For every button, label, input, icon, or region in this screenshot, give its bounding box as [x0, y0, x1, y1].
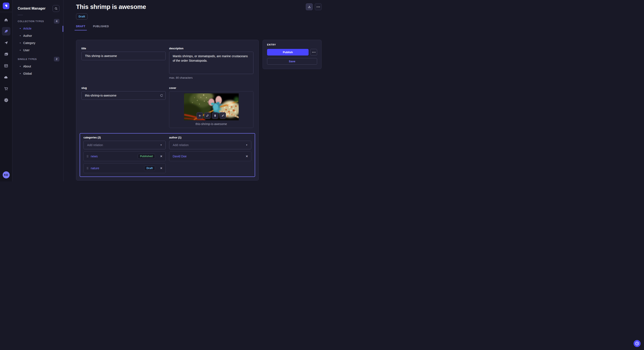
trash-icon [214, 114, 216, 117]
collection-types-label: COLLECTION TYPES [18, 20, 44, 22]
bullet-icon [20, 42, 21, 43]
categories-field: categories (2) Add relation ▼ news Publi… [84, 136, 166, 173]
drag-handle-icon[interactable] [87, 155, 88, 158]
single-types-count: 2 [54, 57, 60, 61]
search-button[interactable] [52, 5, 60, 12]
sidebar-title: Content Manager [18, 6, 46, 10]
categories-add-relation-select[interactable]: Add relation ▼ [84, 141, 166, 149]
slug-field: slug [81, 87, 166, 128]
remove-relation-icon[interactable]: ✕ [160, 167, 162, 170]
description-textarea[interactable]: Mantis shrimps, or stomatopods, are mari… [169, 52, 254, 74]
relation-status-badge: Draft [144, 166, 155, 171]
more-actions-button[interactable] [315, 3, 322, 10]
cover-caption: this-shrimp-is-awesome [169, 122, 253, 126]
status-badge: Draft [76, 13, 88, 19]
entry-more-button[interactable] [310, 49, 317, 55]
entry-panel-title: ENTRY [267, 43, 317, 46]
add-asset-button[interactable] [196, 112, 203, 119]
relation-link[interactable]: nature [91, 167, 142, 170]
bullet-icon [20, 66, 21, 67]
relation-link[interactable]: news [91, 155, 136, 158]
search-icon [54, 7, 58, 10]
edit-asset-button[interactable] [220, 112, 226, 119]
description-label: description [169, 47, 254, 50]
cover-field: cover [169, 87, 254, 128]
relation-item-david-doe: David Doe ✕ [169, 151, 251, 161]
active-indicator [62, 26, 63, 32]
sidebar-item-label: User [23, 48, 30, 52]
regenerate-slug-button[interactable] [160, 94, 163, 97]
content-type-builder-icon[interactable] [2, 61, 10, 70]
save-button[interactable]: Save [267, 58, 317, 65]
strapi-logo-icon [4, 4, 8, 8]
categories-label: categories (2) [84, 136, 166, 139]
sidebar-item-user[interactable]: User [18, 47, 60, 54]
sidebar-item-article[interactable]: Article [18, 25, 60, 32]
author-field: author (1) Add relation ▼ David Doe ✕ [169, 136, 251, 173]
remove-relation-icon[interactable]: ✕ [160, 155, 162, 158]
chevron-down-icon: ▼ [160, 144, 162, 146]
logo-section [0, 0, 12, 12]
collection-types-section: COLLECTION TYPES 4 Article Author Catego… [12, 19, 63, 54]
marketplace-cart-icon[interactable] [2, 84, 10, 93]
single-types-label: SINGLE TYPES [18, 58, 37, 60]
relation-link[interactable]: David Doe [173, 155, 241, 158]
description-hint: max. 80 characters [169, 76, 254, 79]
author-add-relation-select[interactable]: Add relation ▼ [169, 141, 251, 149]
settings-gear-icon[interactable] [2, 96, 10, 104]
sidebar-item-global[interactable]: Global [18, 70, 60, 77]
workspace-rail: KD [0, 0, 12, 181]
edit-form-card: title description Mantis shrimps, or sto… [76, 40, 259, 180]
chevron-down-icon: ▼ [246, 144, 248, 146]
tab-published[interactable]: PUBLISHED [93, 25, 109, 30]
relation-item-news: news Published ✕ [84, 151, 166, 161]
cover-actions [196, 112, 226, 119]
add-relation-placeholder: Add relation [173, 143, 189, 147]
copy-link-button[interactable] [204, 112, 210, 119]
version-tabs: DRAFT PUBLISHED [76, 25, 322, 30]
author-label: author (1) [169, 136, 251, 139]
add-relation-placeholder: Add relation [87, 143, 103, 147]
publish-button[interactable]: Publish [267, 49, 308, 55]
cover-asset-card: this-shrimp-is-awesome [169, 91, 254, 128]
delete-asset-button[interactable] [212, 112, 218, 119]
sidebar-item-about[interactable]: About [18, 63, 60, 70]
strapi-logo[interactable] [3, 2, 9, 9]
avatar[interactable]: KD [2, 172, 10, 178]
sidebar-item-category[interactable]: Category [18, 39, 60, 47]
refresh-icon [160, 94, 163, 97]
bullet-icon [20, 28, 21, 29]
title-label: title [81, 47, 166, 50]
sidebar-item-label: About [23, 65, 31, 68]
remove-relation-icon[interactable]: ✕ [246, 155, 248, 158]
relations-section-highlight: categories (2) Add relation ▼ news Publi… [80, 133, 255, 177]
sidebar-item-label: Article [23, 27, 32, 30]
link-icon [206, 114, 209, 117]
home-icon[interactable] [2, 15, 10, 24]
title-input[interactable] [81, 52, 166, 60]
single-types-section: SINGLE TYPES 2 About Global [12, 57, 63, 77]
slug-input[interactable] [81, 91, 166, 100]
content-manager-icon[interactable] [2, 27, 10, 35]
page-title: This shrimp is awesome [76, 3, 146, 10]
media-library-icon[interactable] [2, 50, 10, 58]
sidebar-item-author[interactable]: Author [18, 32, 60, 39]
download-icon [308, 5, 311, 8]
pencil-icon [221, 114, 224, 117]
relation-status-badge: Published [138, 154, 155, 159]
description-field: description Mantis shrimps, or stomatopo… [169, 47, 254, 79]
sidebar-item-label: Author [23, 34, 32, 37]
transfer-icon[interactable] [2, 38, 10, 47]
export-button[interactable] [306, 3, 313, 10]
main-content: This shrimp is awesome Draft DRAFT PUBLI… [64, 0, 334, 181]
relation-item-nature: nature Draft ✕ [84, 163, 166, 173]
tab-draft[interactable]: DRAFT [76, 25, 86, 30]
title-field: title [81, 47, 166, 79]
sidebar-item-label: Global [23, 72, 32, 75]
ellipsis-icon [317, 6, 320, 7]
entry-panel: ENTRY Publish Save [262, 40, 322, 69]
ellipsis-icon [312, 52, 316, 52]
bullet-icon [20, 50, 21, 51]
deploy-cloud-icon[interactable] [2, 73, 10, 81]
drag-handle-icon[interactable] [87, 167, 88, 170]
